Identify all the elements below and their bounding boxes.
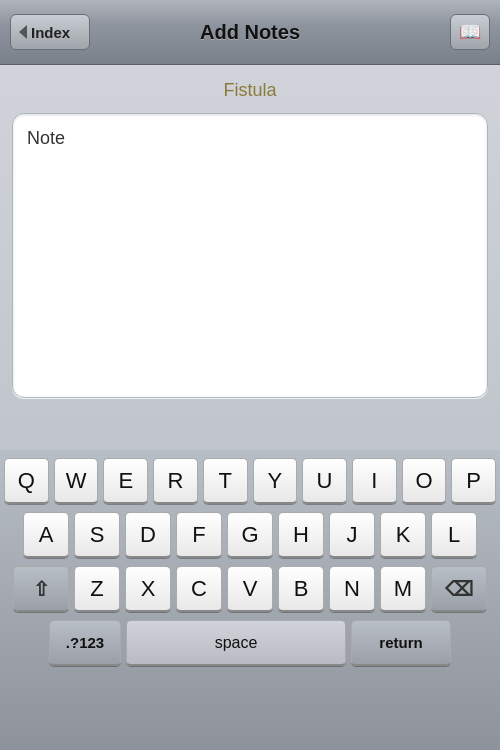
keyboard-row-4: .?123 space return [4,620,496,666]
key-a[interactable]: A [23,512,69,558]
key-g[interactable]: G [227,512,273,558]
section-title: Fistula [12,80,488,101]
book-icon: 📖 [459,21,481,43]
key-c[interactable]: C [176,566,222,612]
key-w[interactable]: W [54,458,99,504]
key-b[interactable]: B [278,566,324,612]
back-button[interactable]: Index [10,14,90,50]
space-key[interactable]: space [126,620,346,666]
keyboard-row-2: A S D F G H J K L [4,512,496,558]
key-p[interactable]: P [451,458,496,504]
key-m[interactable]: M [380,566,426,612]
book-button[interactable]: 📖 [450,14,490,50]
note-input[interactable] [27,126,473,385]
shift-icon: ⇧ [33,577,50,601]
key-e[interactable]: E [103,458,148,504]
key-n[interactable]: N [329,566,375,612]
content-area: Fistula [0,65,500,450]
key-u[interactable]: U [302,458,347,504]
key-j[interactable]: J [329,512,375,558]
key-i[interactable]: I [352,458,397,504]
nav-bar: Index Add Notes 📖 [0,0,500,65]
page-title: Add Notes [200,21,300,44]
key-l[interactable]: L [431,512,477,558]
back-label: Index [31,24,70,41]
key-f[interactable]: F [176,512,222,558]
key-r[interactable]: R [153,458,198,504]
num-key[interactable]: .?123 [49,620,121,666]
key-s[interactable]: S [74,512,120,558]
key-x[interactable]: X [125,566,171,612]
return-key[interactable]: return [351,620,451,666]
key-d[interactable]: D [125,512,171,558]
delete-icon: ⌫ [445,577,473,601]
note-wrapper [12,113,488,398]
key-t[interactable]: T [203,458,248,504]
key-v[interactable]: V [227,566,273,612]
key-h[interactable]: H [278,512,324,558]
keyboard-row-1: Q W E R T Y U I O P [4,458,496,504]
key-k[interactable]: K [380,512,426,558]
key-z[interactable]: Z [74,566,120,612]
keyboard: Q W E R T Y U I O P A S D F G H J K L ⇧ … [0,450,500,750]
key-o[interactable]: O [402,458,447,504]
key-q[interactable]: Q [4,458,49,504]
key-y[interactable]: Y [253,458,298,504]
keyboard-row-3: ⇧ Z X C V B N M ⌫ [4,566,496,612]
shift-key[interactable]: ⇧ [13,566,69,612]
delete-key[interactable]: ⌫ [431,566,487,612]
